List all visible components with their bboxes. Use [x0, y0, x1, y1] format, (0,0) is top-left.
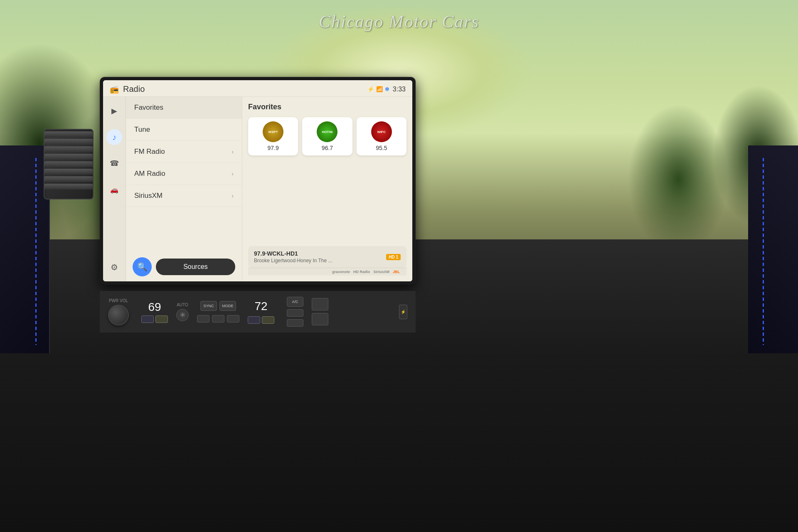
sync-button[interactable]: SYNC [200, 301, 217, 311]
menu-item-favorites[interactable]: Favorites [126, 97, 242, 119]
right-temp-display: 72 [248, 300, 274, 324]
watermark-text: Chicago Motor Cars [319, 12, 479, 32]
heated-seat-group [312, 298, 328, 325]
now-playing-station: 97.9·WCKL-HD1 [254, 250, 332, 257]
right-temp-down[interactable] [248, 316, 260, 324]
header-left: 📻 Radio [110, 84, 145, 94]
screen-panel: Favorites WSPT 97.9 HOT96 96.7 [242, 97, 412, 281]
left-temp-up[interactable] [155, 315, 168, 323]
sidebar-car-icon[interactable]: 🚗 [106, 182, 122, 197]
bluetooth-icon: ✽ [385, 86, 389, 92]
sync-mode-buttons: SYNC MODE [200, 301, 236, 311]
leather-stitch-right [763, 158, 764, 345]
leather-trim-left [0, 145, 50, 353]
screen-menu: Favorites Tune FM Radio › AM Radio › Sir… [126, 97, 242, 281]
heated-seat-right[interactable] [312, 313, 328, 325]
panel-title: Favorites [248, 103, 406, 111]
mode-button[interactable]: MODE [219, 301, 236, 311]
time-display: 3:33 [393, 86, 406, 93]
ac-button[interactable]: A/C [287, 297, 303, 307]
ac-defrost-group: A/C [287, 297, 303, 327]
hd-badge: HD 1 [386, 254, 401, 260]
fan-icon[interactable]: ✳ [176, 309, 189, 321]
fm-radio-chevron: › [232, 148, 234, 155]
pwr-vol-label: PWR VOL [109, 298, 128, 303]
menu-item-siriusxm-label: SiriusXM [134, 192, 163, 200]
sources-button-label: Sources [183, 263, 208, 271]
climate-btn-3[interactable] [227, 315, 239, 323]
right-temp-value: 72 [254, 300, 267, 313]
now-playing-track: Brooke Ligertwood·Honey In The ... [254, 258, 332, 264]
siriusxm-chevron: › [232, 192, 234, 199]
menu-item-am-radio-label: AM Radio [134, 170, 165, 178]
right-temp-up[interactable] [262, 316, 274, 324]
search-button[interactable]: 🔍 [133, 257, 152, 276]
climate-btn-1[interactable] [197, 315, 209, 323]
menu-item-fm-radio[interactable]: FM Radio › [126, 141, 242, 163]
menu-item-fm-radio-label: FM Radio [134, 148, 165, 156]
sidebar-settings-icon[interactable]: ⚙ [106, 259, 122, 275]
pwr-vol-control: PWR VOL [108, 298, 129, 325]
sidebar-nav-icon[interactable]: ▶ [106, 103, 122, 119]
status-icons: ⚡ 📶 ✽ [367, 86, 389, 92]
left-air-vent [44, 129, 94, 200]
menu-item-am-radio[interactable]: AM Radio › [126, 163, 242, 185]
leather-stitch-left [35, 158, 37, 345]
siriusxm-logo: SiriusXM [373, 270, 389, 274]
favorites-grid: WSPT 97.9 HOT96 96.7 WIFC 9 [248, 117, 406, 155]
screen-title: Radio [123, 84, 145, 94]
usb-icon: ⚡ [399, 305, 407, 319]
infotainment-screen: 📻 Radio ⚡ 📶 ✽ 3:33 ▶ ♪ [103, 80, 412, 281]
menu-item-tune[interactable]: Tune [126, 119, 242, 141]
sources-button[interactable]: Sources [156, 259, 235, 275]
fav-freq-wifc: 95.5 [376, 145, 387, 151]
climate-controls: PWR VOL 69 AUTO ✳ SYNC MODE 72 [100, 291, 416, 332]
fav-logo-wspt: WSPT [263, 121, 283, 142]
sync-control: SYNC [200, 301, 217, 311]
fav-card-wifc[interactable]: WIFC 95.5 [357, 117, 406, 155]
screen-header: 📻 Radio ⚡ 📶 ✽ 3:33 [103, 80, 412, 97]
fav-freq-hot96: 96.7 [322, 145, 333, 151]
fav-card-wspt[interactable]: WSPT 97.9 [248, 117, 298, 155]
jbl-logo: JBL [393, 270, 400, 274]
now-playing-bar: 97.9·WCKL-HD1 Brooke Ligertwood·Honey In… [248, 246, 406, 268]
climate-btn-2[interactable] [212, 315, 224, 323]
pwr-vol-knob[interactable] [108, 305, 129, 325]
screen-body: ▶ ♪ ☎ 🚗 ⚙ Favorites [103, 97, 412, 281]
screen-bezel: 📻 Radio ⚡ 📶 ✽ 3:33 ▶ ♪ [100, 77, 416, 285]
signal-icon: 📶 [376, 86, 383, 92]
header-right: ⚡ 📶 ✽ 3:33 [367, 86, 406, 93]
sidebar-music-icon[interactable]: ♪ [106, 129, 122, 145]
radio-header-icon: 📻 [110, 85, 119, 94]
climate-buttons-row2 [197, 315, 239, 323]
hdradio-logo: HD Radio [353, 270, 370, 274]
menu-item-favorites-label: Favorites [134, 103, 163, 112]
sidebar-phone-icon[interactable]: ☎ [106, 155, 122, 171]
usb-port: ⚡ [399, 305, 407, 319]
left-temp-display: 69 [141, 300, 168, 323]
fan-auto-control: AUTO ✳ [176, 303, 189, 321]
fav-freq-wspt: 97.9 [268, 145, 279, 151]
auto-label: AUTO [177, 303, 188, 307]
left-temp-buttons [141, 315, 168, 323]
heated-seat-left[interactable] [312, 298, 328, 310]
menu-item-siriusxm[interactable]: SiriusXM › [126, 185, 242, 207]
recirculate-button[interactable] [287, 319, 303, 327]
left-temp-value: 69 [148, 300, 161, 314]
menu-actions: 🔍 Sources [126, 252, 242, 281]
right-temp-buttons [248, 316, 274, 324]
screen-footer: gracenote HD Radio SiriusXM JBL [248, 268, 406, 276]
fav-logo-wifc: WIFC [371, 121, 392, 142]
menu-item-tune-label: Tune [134, 126, 150, 134]
leather-trim-right [748, 145, 798, 353]
wireless-charging-icon: ⚡ [367, 86, 374, 92]
screen-sidebar: ▶ ♪ ☎ 🚗 ⚙ [103, 97, 126, 281]
sync-mode-group: SYNC MODE [197, 301, 239, 323]
fav-card-hot96[interactable]: HOT96 96.7 [302, 117, 352, 155]
left-temp-down[interactable] [141, 315, 154, 323]
am-radio-chevron: › [232, 170, 234, 177]
fav-logo-hot96: HOT96 [317, 121, 337, 142]
defrost-button[interactable] [287, 309, 303, 317]
now-playing-info: 97.9·WCKL-HD1 Brooke Ligertwood·Honey In… [254, 250, 332, 264]
gracenote-logo: gracenote [332, 270, 350, 274]
